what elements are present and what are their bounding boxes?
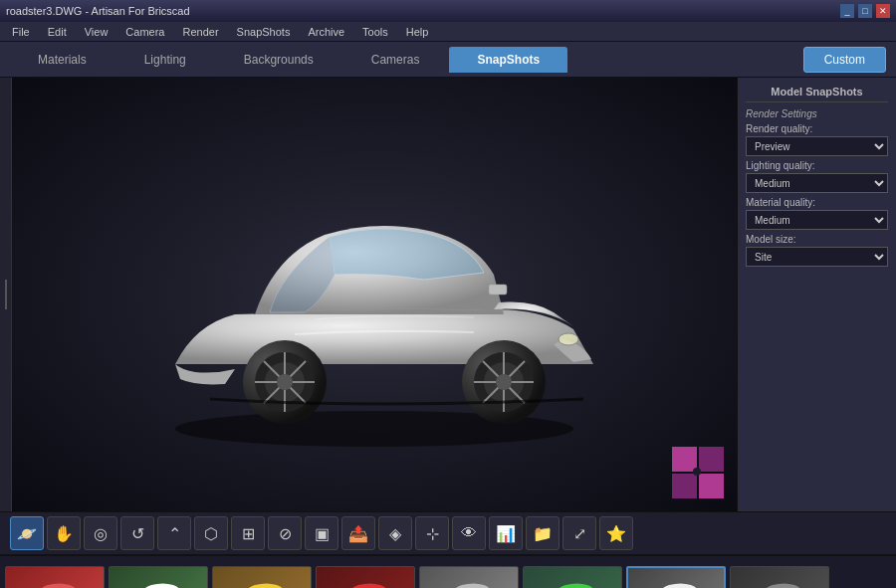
lighting-quality-label: Lighting quality: [746,160,888,171]
tab-cameras[interactable]: Cameras [343,47,448,73]
svg-rect-3 [489,285,507,294]
tab-backgrounds[interactable]: Backgrounds [216,47,341,73]
maximize-button[interactable]: □ [858,4,872,18]
thumbnail-strip: roadster31 roadster34 roadster36 [0,555,896,588]
custom-button[interactable]: Custom [803,47,886,73]
folder-button[interactable]: 📁 [526,516,560,550]
grid-button[interactable]: ⊞ [231,516,265,550]
circle-button[interactable]: ◎ [84,516,117,550]
thumb-roadster31[interactable]: roadster31 [5,566,105,589]
menu-camera[interactable]: Camera [117,24,172,40]
tab-materials[interactable]: Materials [10,47,114,73]
thumb-roadster310[interactable]: roadster310 [730,566,829,589]
panel-title: Model SnapShots [746,86,888,102]
box-button[interactable]: ⬡ [194,516,228,550]
slash-button[interactable]: ⊘ [268,516,302,550]
move-button[interactable]: ⤢ [562,516,596,550]
minimize-button[interactable]: _ [840,4,854,18]
title-text: roadster3.DWG - Artisan For Bricscad [6,5,190,17]
right-panel: Model SnapShots Render Settings Render q… [737,78,896,511]
refresh-button[interactable]: ↺ [120,516,154,550]
export-button[interactable]: 📤 [341,516,375,550]
thumb-roadster38[interactable]: roadster38 [523,566,622,589]
menu-archive[interactable]: Archive [300,24,352,40]
tab-lighting[interactable]: Lighting [116,47,214,73]
main-content: Model SnapShots Render Settings Render q… [0,78,896,511]
svg-point-11 [277,374,293,390]
chevron-button[interactable]: ⌃ [157,516,191,550]
menu-snapshots[interactable]: SnapShots [229,24,299,40]
thumb-roadster34[interactable]: roadster34 [109,566,208,589]
hand-button[interactable]: ✋ [47,516,81,550]
thumb-roadster36[interactable]: roadster36 [212,566,312,589]
render-quality-dropdown[interactable]: Preview Good Best [746,136,888,156]
material-quality-label: Material quality: [746,197,888,208]
tab-snapshots[interactable]: SnapShots [449,47,567,73]
model-size-label: Model size: [746,234,888,245]
artisan-logo [667,442,727,501]
thumb-roadster35[interactable]: roadster35 [316,566,415,589]
render-settings-label: Render Settings [746,108,888,119]
render-quality-label: Render quality: [746,123,888,134]
svg-point-19 [496,374,512,390]
viewport [12,78,737,511]
titlebar-controls: _ □ ✕ [840,4,890,18]
toolbar: 🪐 ✋ ◎ ↺ ⌃ ⬡ ⊞ ⊘ ▣ 📤 ◈ ⊹ 👁 📊 📁 ⤢ ⭐ [0,511,896,555]
menu-render[interactable]: Render [174,24,226,40]
titlebar: roadster3.DWG - Artisan For Bricscad _ □… [0,0,896,22]
menu-file[interactable]: File [4,24,38,40]
menu-help[interactable]: Help [398,24,437,40]
menu-edit[interactable]: Edit [40,24,75,40]
svg-point-2 [559,333,578,345]
diamond-button[interactable]: ◈ [378,516,412,550]
planet-button[interactable]: 🪐 [10,516,44,550]
model-size-dropdown[interactable]: Small Medium Large Site [746,247,888,267]
svg-point-20 [693,468,701,476]
menu-view[interactable]: View [77,24,116,40]
eye-button[interactable]: 👁 [452,516,486,550]
material-quality-dropdown[interactable]: Low Medium High [746,210,888,230]
left-resize-handle[interactable] [0,78,12,511]
car-render [115,135,633,454]
menubar: File Edit View Camera Render SnapShots A… [0,22,896,42]
star-button[interactable]: ⭐ [599,516,633,550]
tabbar: Materials Lighting Backgrounds Cameras S… [0,42,896,78]
thumb-roadster37[interactable]: roadster37 [419,566,519,589]
lighting-quality-dropdown[interactable]: Low Medium High [746,173,888,193]
menu-tools[interactable]: Tools [354,24,396,40]
frame-button[interactable]: ▣ [305,516,338,550]
thumb-roadster39[interactable]: roadster39 [626,566,726,589]
graph-button[interactable]: 📊 [489,516,523,550]
close-button[interactable]: ✕ [876,4,890,18]
checkerboard-button[interactable]: ⊹ [415,516,449,550]
